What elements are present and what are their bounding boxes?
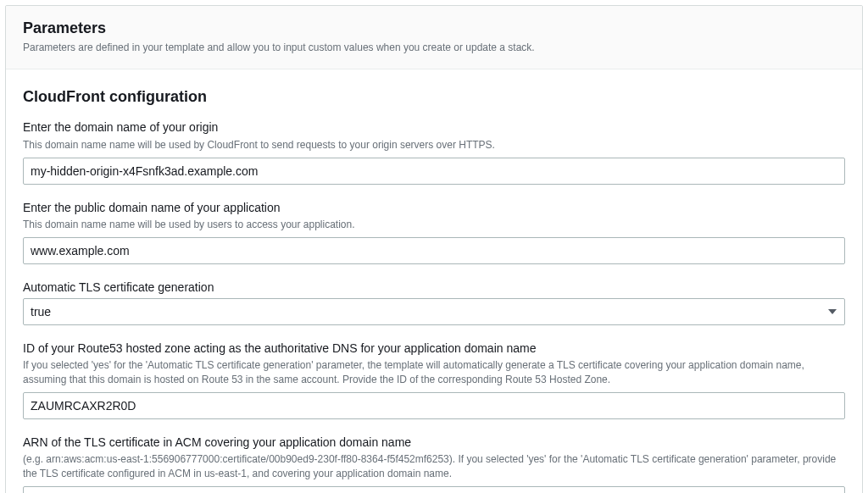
public-domain-input[interactable] xyxy=(23,237,845,264)
field-origin-domain: Enter the domain name of your origin Thi… xyxy=(23,119,845,184)
field-label: ID of your Route53 hosted zone acting as… xyxy=(23,341,845,357)
field-label: Automatic TLS certificate generation xyxy=(23,280,845,296)
panel-header: Parameters Parameters are defined in you… xyxy=(6,6,862,69)
field-hint: (e.g. arn:aws:acm:us-east-1:556906777000… xyxy=(23,452,845,481)
field-hint: This domain name name will be used by Cl… xyxy=(23,138,845,152)
field-label: Enter the domain name of your origin xyxy=(23,119,845,136)
field-hosted-zone: ID of your Route53 hosted zone acting as… xyxy=(23,341,845,419)
cert-arn-input[interactable] xyxy=(23,486,845,493)
field-auto-tls: Automatic TLS certificate generation tru… xyxy=(23,280,845,325)
select-wrapper: true xyxy=(23,298,845,325)
hosted-zone-input[interactable] xyxy=(23,392,845,419)
field-hint: This domain name name will be used by us… xyxy=(23,218,845,232)
panel-title: Parameters xyxy=(23,18,845,39)
panel-body: CloudFront configuration Enter the domai… xyxy=(6,69,862,493)
field-label: Enter the public domain name of your app… xyxy=(23,200,845,217)
section-title: CloudFront configuration xyxy=(23,86,845,108)
field-cert-arn: ARN of the TLS certificate in ACM coveri… xyxy=(23,435,845,493)
panel-description: Parameters are defined in your template … xyxy=(23,41,845,55)
field-public-domain: Enter the public domain name of your app… xyxy=(23,200,845,264)
parameters-panel: Parameters Parameters are defined in you… xyxy=(5,5,863,493)
field-label: ARN of the TLS certificate in ACM coveri… xyxy=(23,435,845,451)
origin-domain-input[interactable] xyxy=(23,158,845,185)
auto-tls-select[interactable]: true xyxy=(23,298,845,325)
field-hint: If you selected 'yes' for the 'Automatic… xyxy=(23,358,845,387)
